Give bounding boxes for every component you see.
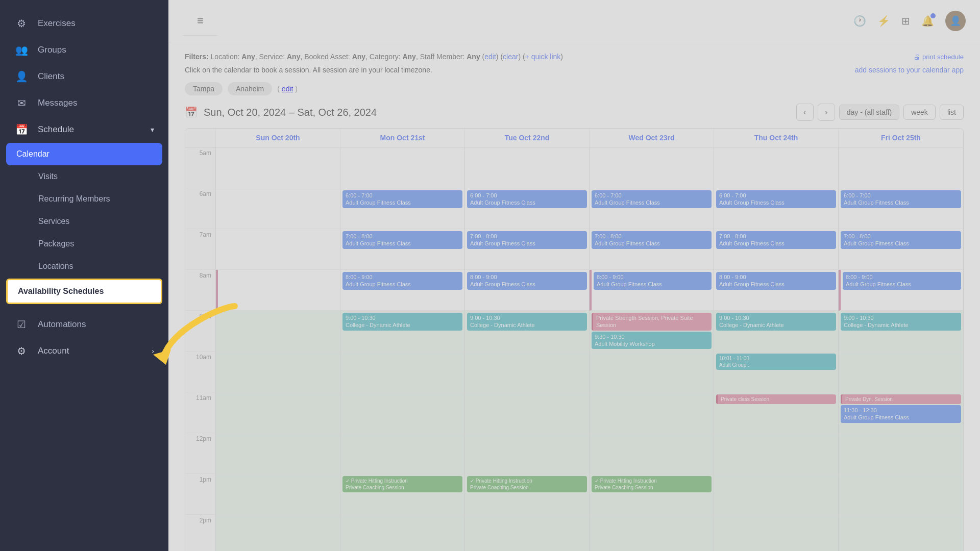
event-tue-8am[interactable]: 8:00 - 9:00Adult Group Fitness Class	[467, 272, 587, 290]
event-mon-7am[interactable]: 7:00 - 8:00Adult Group Fitness Class	[342, 231, 462, 249]
cell-thu-8am[interactable]: 8:00 - 9:00Adult Group Fitness Class	[714, 270, 839, 311]
event-tue-6am-fitness[interactable]: 6:00 - 7:00Adult Group Fitness Class	[467, 190, 587, 208]
location-tag-tampa[interactable]: Tampa	[185, 82, 223, 95]
event-fri-9am[interactable]: 9:00 - 10:30College - Dynamic Athlete	[841, 313, 961, 331]
cell-sun-2pm[interactable]	[216, 515, 340, 551]
event-mon-9am[interactable]: 9:00 - 10:30College - Dynamic Athlete	[342, 313, 462, 331]
notification-icon[interactable]: 🔔	[921, 15, 934, 27]
cell-wed-5am[interactable]	[590, 147, 714, 188]
location-tag-anaheim[interactable]: Anaheim	[228, 82, 272, 95]
event-wed-9am-private[interactable]: Private Strength Session, Private Suite …	[592, 313, 712, 331]
event-thu-7am[interactable]: 7:00 - 8:00Adult Group Fitness Class	[716, 231, 836, 249]
locations-edit-link[interactable]: edit	[282, 85, 293, 93]
sidebar-subitem-calendar[interactable]: Calendar	[6, 143, 162, 165]
prev-week-button[interactable]: ‹	[796, 104, 814, 121]
event-tue-9am[interactable]: 9:00 - 10:30College - Dynamic Athlete	[467, 313, 587, 331]
cell-wed-9am[interactable]: Private Strength Session, Private Suite …	[590, 311, 714, 352]
lightning-icon[interactable]: ⚡	[877, 15, 890, 27]
cell-tue-8am[interactable]: 8:00 - 9:00Adult Group Fitness Class	[465, 270, 590, 311]
user-avatar[interactable]: 👤	[945, 11, 966, 31]
list-view-button[interactable]: list	[940, 105, 964, 120]
cell-tue-6am[interactable]: 6:00 - 7:00Adult Group Fitness Class	[465, 188, 590, 229]
event-mon-8am[interactable]: 8:00 - 9:00Adult Group Fitness Class	[342, 272, 462, 290]
clock-icon[interactable]: 🕐	[853, 15, 866, 27]
menu-icon[interactable]: ≡	[183, 6, 218, 36]
sidebar-item-clients[interactable]: 👤 Clients	[0, 63, 168, 90]
cell-wed-11am[interactable]	[590, 392, 714, 433]
cell-wed-8am[interactable]: 8:00 - 9:00Adult Group Fitness Class	[590, 270, 714, 311]
week-view-button[interactable]: week	[903, 105, 936, 120]
event-wed-6am-fitness[interactable]: 6:00 - 7:00Adult Group Fitness Class	[592, 190, 712, 208]
sidebar-subitem-packages[interactable]: Packages	[0, 233, 168, 255]
sidebar-item-schedule[interactable]: 📅 Schedule ▾	[0, 116, 168, 143]
cell-fri-12pm[interactable]	[839, 433, 963, 474]
event-wed-7am[interactable]: 7:00 - 8:00Adult Group Fitness Class	[592, 231, 712, 249]
filter-clear-link[interactable]: clear	[503, 53, 518, 61]
cell-wed-2pm[interactable]	[590, 515, 714, 551]
sidebar-subitem-visits[interactable]: Visits	[0, 165, 168, 188]
sidebar-item-automations[interactable]: ☑ Automations	[0, 311, 168, 338]
grid-icon[interactable]: ⊞	[901, 15, 910, 27]
sidebar-subitem-availability-schedules[interactable]: Availability Schedules	[6, 279, 162, 304]
cell-thu-5am[interactable]	[714, 147, 839, 188]
cell-wed-10am[interactable]	[590, 352, 714, 392]
event-thu-9am[interactable]: 9:00 - 10:30College - Dynamic Athlete	[716, 313, 836, 331]
cell-sun-9am[interactable]	[216, 311, 340, 352]
cell-fri-11am[interactable]: Private Dyn. Session 11:30 - 12:30Adult …	[839, 392, 963, 433]
cell-mon-6am[interactable]: 6:00 - 7:00Adult Group Fitness Class	[340, 188, 465, 229]
cell-fri-6am[interactable]: 6:00 - 7:00Adult Group Fitness Class	[839, 188, 963, 229]
event-mon-1pm[interactable]: ✓ Private Hitting InstructionPrivate Coa…	[342, 476, 462, 492]
event-tue-7am[interactable]: 7:00 - 8:00Adult Group Fitness Class	[467, 231, 587, 249]
cell-mon-1pm[interactable]: ✓ Private Hitting InstructionPrivate Coa…	[340, 474, 465, 515]
sidebar-item-exercises[interactable]: ⚙ Exercises	[0, 10, 168, 37]
event-thu-6am-fitness[interactable]: 6:00 - 7:00Adult Group Fitness Class	[716, 190, 836, 208]
event-thu-8am[interactable]: 8:00 - 9:00Adult Group Fitness Class	[716, 272, 836, 290]
cell-sun-5am[interactable]	[216, 147, 340, 188]
cell-sun-11am[interactable]	[216, 392, 340, 433]
event-tue-1pm[interactable]: ✓ Private Hitting InstructionPrivate Coa…	[467, 476, 587, 492]
event-mon-6am-fitness[interactable]: 6:00 - 7:00Adult Group Fitness Class	[342, 190, 462, 208]
cell-thu-1pm[interactable]	[714, 474, 839, 515]
event-fri-8am[interactable]: 8:00 - 9:00Adult Group Fitness Class	[843, 272, 961, 290]
cell-wed-6am[interactable]: 6:00 - 7:00Adult Group Fitness Class	[590, 188, 714, 229]
cell-mon-10am[interactable]	[340, 352, 465, 392]
print-schedule-link[interactable]: 🖨 print schedule	[914, 53, 964, 61]
cell-fri-8am[interactable]: 8:00 - 9:00Adult Group Fitness Class	[839, 270, 963, 311]
cell-mon-7am[interactable]: 7:00 - 8:00Adult Group Fitness Class	[340, 229, 465, 270]
cell-tue-11am[interactable]	[465, 392, 590, 433]
cell-tue-9am[interactable]: 9:00 - 10:30College - Dynamic Athlete	[465, 311, 590, 352]
event-wed-1pm[interactable]: ✓ Private Hitting InstructionPrivate Coa…	[592, 476, 712, 492]
cell-wed-1pm[interactable]: ✓ Private Hitting InstructionPrivate Coa…	[590, 474, 714, 515]
cell-wed-12pm[interactable]	[590, 433, 714, 474]
cell-tue-12pm[interactable]	[465, 433, 590, 474]
cell-wed-7am[interactable]: 7:00 - 8:00Adult Group Fitness Class	[590, 229, 714, 270]
next-week-button[interactable]: ›	[818, 104, 835, 121]
cell-tue-5am[interactable]	[465, 147, 590, 188]
cell-tue-1pm[interactable]: ✓ Private Hitting InstructionPrivate Coa…	[465, 474, 590, 515]
cell-fri-2pm[interactable]	[839, 515, 963, 551]
cell-mon-8am[interactable]: 8:00 - 9:00Adult Group Fitness Class	[340, 270, 465, 311]
cell-sun-8am[interactable]	[216, 270, 340, 311]
day-view-button[interactable]: day - (all staff)	[839, 105, 899, 120]
sidebar-subitem-locations[interactable]: Locations	[0, 255, 168, 278]
sidebar-subitem-recurring-members[interactable]: Recurring Members	[0, 188, 168, 210]
cell-fri-9am[interactable]: 9:00 - 10:30College - Dynamic Athlete	[839, 311, 963, 352]
cell-sun-10am[interactable]	[216, 352, 340, 392]
event-fri-7am[interactable]: 7:00 - 8:00Adult Group Fitness Class	[841, 231, 961, 249]
sidebar-item-messages[interactable]: ✉ Messages	[0, 90, 168, 116]
event-fri-11am-private[interactable]: Private Dyn. Session	[841, 394, 961, 404]
cell-thu-12pm[interactable]	[714, 433, 839, 474]
event-wed-8am[interactable]: 8:00 - 9:00Adult Group Fitness Class	[594, 272, 712, 290]
cell-mon-5am[interactable]	[340, 147, 465, 188]
cell-tue-10am[interactable]	[465, 352, 590, 392]
cell-mon-11am[interactable]	[340, 392, 465, 433]
sidebar-item-account[interactable]: ⚙ Account ›	[0, 338, 168, 364]
cell-tue-2pm[interactable]	[465, 515, 590, 551]
cell-sun-1pm[interactable]	[216, 474, 340, 515]
add-calendar-link[interactable]: add sessions to your calendar app	[855, 66, 964, 74]
event-thu-11am-private[interactable]: Private class Session	[716, 394, 836, 404]
cell-fri-10am[interactable]	[839, 352, 963, 392]
cell-sun-6am[interactable]	[216, 188, 340, 229]
event-fri-11am-fitness[interactable]: 11:30 - 12:30Adult Group Fitness Class	[841, 405, 961, 423]
cell-fri-1pm[interactable]	[839, 474, 963, 515]
